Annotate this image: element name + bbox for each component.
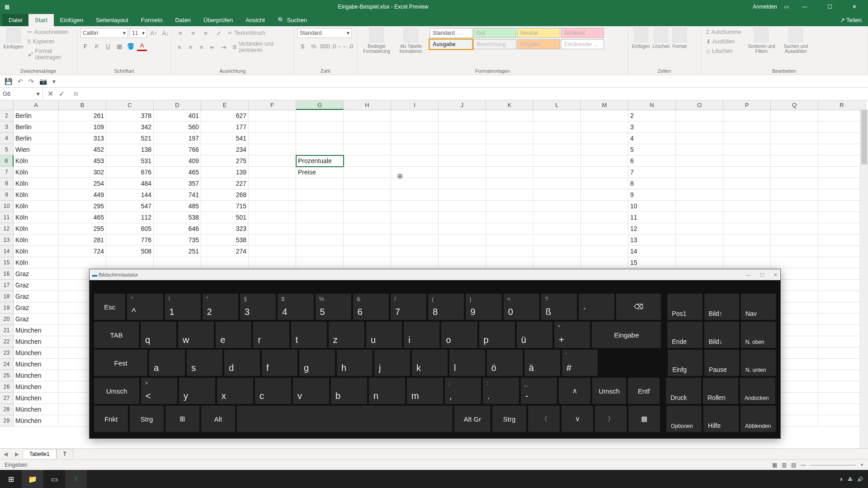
- key-v[interactable]: v: [293, 378, 329, 404]
- cell[interactable]: [723, 122, 771, 133]
- align-middle-button[interactable]: ≡: [188, 28, 198, 38]
- cell[interactable]: [581, 144, 628, 155]
- cell[interactable]: [439, 235, 486, 246]
- key-alt-left[interactable]: Alt: [201, 406, 235, 432]
- shrink-font-button[interactable]: A↓: [160, 28, 170, 38]
- cell[interactable]: 776: [106, 235, 154, 246]
- cell[interactable]: 254: [59, 178, 106, 189]
- column-header-Q[interactable]: Q: [771, 100, 818, 110]
- cell[interactable]: [581, 201, 628, 212]
- cell[interactable]: [533, 178, 581, 189]
- cell[interactable]: [296, 246, 344, 257]
- column-header-I[interactable]: I: [391, 100, 439, 110]
- scroll-thumb[interactable]: [861, 110, 867, 164]
- cell[interactable]: Köln: [14, 155, 59, 167]
- cell[interactable]: [533, 144, 581, 155]
- row-header[interactable]: 16: [0, 268, 14, 280]
- column-header-N[interactable]: N: [628, 100, 676, 110]
- cell[interactable]: [391, 235, 439, 246]
- column-header-A[interactable]: A: [14, 100, 59, 110]
- cell[interactable]: 14: [628, 246, 676, 257]
- cell[interactable]: 766: [154, 144, 201, 155]
- cell[interactable]: München: [14, 359, 59, 370]
- sheet-nav-prev[interactable]: ◀: [0, 451, 11, 457]
- delete-cells-icon[interactable]: [654, 28, 668, 42]
- key-y[interactable]: y: [179, 378, 215, 404]
- column-header-L[interactable]: L: [533, 100, 581, 110]
- zoom-out-button[interactable]: —: [801, 462, 806, 468]
- undo-button[interactable]: ↶: [18, 78, 23, 85]
- fill-color-button[interactable]: 🪣: [126, 41, 136, 51]
- cell[interactable]: [344, 133, 391, 144]
- tab-view[interactable]: Ansicht: [239, 14, 271, 26]
- cell[interactable]: 15: [628, 257, 676, 268]
- taskbar-app1[interactable]: ▭: [43, 470, 65, 488]
- cell[interactable]: München: [14, 370, 59, 381]
- confirm-edit-button[interactable]: ✓: [59, 89, 65, 98]
- key-shift-right[interactable]: Umsch: [592, 378, 626, 404]
- cell[interactable]: [771, 201, 818, 212]
- key-altgr[interactable]: Alt Gr: [454, 406, 491, 432]
- cell[interactable]: 378: [106, 110, 154, 122]
- key-hash[interactable]: '#: [562, 350, 598, 376]
- cell[interactable]: 560: [154, 122, 201, 133]
- cell[interactable]: [581, 122, 628, 133]
- key-acute[interactable]: ´: [579, 294, 614, 320]
- key-8[interactable]: (8: [428, 294, 464, 320]
- cell[interactable]: [818, 415, 866, 427]
- key-oe[interactable]: ö: [487, 350, 523, 376]
- cell[interactable]: [818, 201, 866, 212]
- cell[interactable]: [818, 223, 866, 235]
- key-sharp-s[interactable]: ?ß: [541, 294, 577, 320]
- key-enter[interactable]: Eingabe: [592, 322, 661, 348]
- cell[interactable]: [249, 178, 296, 189]
- cell[interactable]: [249, 212, 296, 223]
- key-nach-unten[interactable]: N. unten: [741, 350, 776, 376]
- cell[interactable]: [771, 235, 818, 246]
- key-3[interactable]: §3: [240, 294, 276, 320]
- cell[interactable]: [771, 144, 818, 155]
- cell[interactable]: [676, 122, 723, 133]
- key-ctrl-left[interactable]: Strg: [130, 406, 164, 432]
- column-header-B[interactable]: B: [59, 100, 106, 110]
- cell[interactable]: [249, 133, 296, 144]
- cell[interactable]: 449: [59, 189, 106, 201]
- cell[interactable]: [818, 110, 866, 122]
- start-button[interactable]: ⊞: [0, 470, 22, 488]
- cell[interactable]: München: [14, 415, 59, 427]
- key-s[interactable]: s: [187, 350, 222, 376]
- cell[interactable]: [344, 189, 391, 201]
- cell[interactable]: [581, 212, 628, 223]
- cell[interactable]: [344, 223, 391, 235]
- cell[interactable]: [533, 133, 581, 144]
- cell[interactable]: Graz: [14, 268, 59, 280]
- cell[interactable]: [581, 257, 628, 268]
- key-z[interactable]: z: [329, 322, 364, 348]
- cell[interactable]: 541: [201, 133, 249, 144]
- cell[interactable]: [344, 201, 391, 212]
- cell[interactable]: 9: [628, 189, 676, 201]
- cell[interactable]: [771, 155, 818, 167]
- view-page-break-button[interactable]: ▤: [791, 462, 796, 468]
- cell[interactable]: [439, 257, 486, 268]
- key-page-up[interactable]: Bild↑: [704, 294, 739, 320]
- zoom-slider[interactable]: [811, 465, 856, 465]
- select-all-corner[interactable]: [0, 100, 14, 110]
- cell[interactable]: [486, 155, 533, 167]
- cell[interactable]: [676, 133, 723, 144]
- align-left-button[interactable]: ≡: [175, 42, 184, 52]
- cell[interactable]: Köln: [14, 246, 59, 257]
- column-header-H[interactable]: H: [344, 100, 391, 110]
- cell[interactable]: [676, 257, 723, 268]
- cell[interactable]: [439, 155, 486, 167]
- cell[interactable]: Graz: [14, 291, 59, 302]
- key-ae[interactable]: ä: [524, 350, 560, 376]
- ribbon-display-icon[interactable]: ▭: [784, 4, 789, 10]
- key-2[interactable]: "2: [203, 294, 238, 320]
- key-u[interactable]: u: [366, 322, 402, 348]
- find-select-icon[interactable]: [788, 28, 803, 42]
- tray-network-icon[interactable]: 🖧: [848, 476, 853, 482]
- cell[interactable]: 197: [154, 133, 201, 144]
- cell[interactable]: 465: [154, 167, 201, 178]
- column-header-G[interactable]: G: [296, 100, 344, 110]
